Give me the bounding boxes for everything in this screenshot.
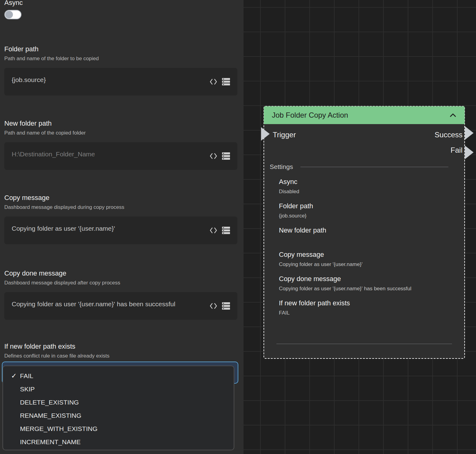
option-label: MERGE_WITH_EXISTING	[20, 425, 97, 432]
setting-folder-path: Folder path {job.source}	[279, 202, 452, 219]
setting-label: Copy done message	[279, 275, 452, 283]
success-port-arrow-icon[interactable]	[465, 126, 474, 140]
conflict-rule-description: Defines conflict rule in case file alrea…	[4, 353, 237, 359]
setting-value: Copying folder as user '{user.name}'	[279, 261, 452, 268]
settings-header: Settings	[264, 163, 464, 170]
new-folder-path-placeholder: H:\Destination_Folder_Name	[12, 151, 95, 158]
option-merge-with-existing[interactable]: MERGE_WITH_EXISTING	[3, 422, 234, 435]
copy-message-value: Copying folder as user '{user.name}'	[12, 225, 115, 232]
option-label: RENAME_EXISTING	[20, 412, 81, 419]
copy-done-message-label: Copy done message	[4, 269, 237, 277]
app-window: Async Folder path Path and name of the f…	[0, 0, 476, 454]
new-folder-path-input[interactable]: H:\Destination_Folder_Name	[4, 142, 237, 170]
setting-value: FAIL	[279, 310, 452, 316]
setting-label: Folder path	[279, 202, 452, 210]
setting-async: Async Disabled	[279, 178, 452, 195]
variables-list-icon[interactable]	[222, 152, 230, 160]
code-icon[interactable]	[209, 227, 218, 234]
option-skip[interactable]: SKIP	[3, 382, 234, 396]
variables-list-icon[interactable]	[222, 302, 230, 310]
copy-done-message-description: Dashboard message displayed after copy p…	[4, 280, 237, 286]
setting-value: {job.source}	[279, 213, 452, 219]
variables-list-icon[interactable]	[222, 226, 230, 234]
folder-path-group: Folder path Path and name of the folder …	[4, 45, 237, 96]
folder-path-value: {job.source}	[12, 76, 46, 83]
settings-divider	[300, 167, 448, 167]
fail-port-arrow-icon[interactable]	[465, 146, 474, 159]
node-title: Job Folder Copy Action	[272, 111, 348, 119]
copy-done-message-group: Copy done message Dashboard message disp…	[4, 269, 237, 320]
properties-panel: Async Folder path Path and name of the f…	[0, 0, 244, 454]
option-label: DELETE_EXISTING	[20, 399, 79, 406]
settings-entries: Async Disabled Folder path {job.source} …	[264, 178, 464, 316]
conflict-rule-label: If new folder path exists	[4, 342, 237, 350]
port-row-top: Trigger Success	[264, 131, 464, 139]
conflict-rule-dropdown: ✓ FAIL SKIP DELETE_EXISTING RENAME_EXIST…	[2, 366, 234, 450]
folder-path-description: Path and name of the folder to be copied	[4, 56, 237, 62]
setting-new-folder-path: New folder path	[279, 226, 452, 243]
option-increment-name[interactable]: INCREMENT_NAME	[3, 435, 234, 448]
node-job-folder-copy-action[interactable]: Job Folder Copy Action Trigger Success F…	[264, 106, 465, 359]
chevron-up-icon[interactable]	[449, 113, 457, 118]
code-icon[interactable]	[209, 303, 218, 309]
option-label: INCREMENT_NAME	[20, 438, 81, 445]
toggle-knob	[5, 11, 13, 18]
copy-message-input[interactable]: Copying folder as user '{user.name}'	[4, 217, 237, 244]
port-row-bottom: Fail	[264, 146, 464, 155]
option-label: SKIP	[20, 386, 35, 393]
trigger-port-label: Trigger	[273, 131, 296, 139]
settings-title: Settings	[270, 163, 293, 170]
copy-message-description: Dashboard message displayed during copy …	[4, 204, 237, 210]
option-delete-existing[interactable]: DELETE_EXISTING	[3, 396, 234, 409]
copy-message-label: Copy message	[4, 194, 237, 202]
setting-if-new-folder-path-exists: If new folder path exists FAIL	[279, 299, 452, 316]
setting-label: If new folder path exists	[279, 299, 452, 307]
copy-done-message-input[interactable]: Copying folder as user '{user.name}' has…	[4, 292, 237, 320]
option-rename-existing[interactable]: RENAME_EXISTING	[3, 409, 234, 422]
folder-path-input[interactable]: {job.source}	[4, 68, 237, 96]
setting-value	[279, 237, 452, 243]
node-bottom-divider	[276, 344, 452, 344]
setting-label: Async	[279, 178, 452, 186]
new-folder-path-label: New folder path	[4, 119, 237, 127]
setting-label: New folder path	[279, 226, 452, 234]
setting-value: Disabled	[279, 188, 452, 195]
async-label: Async	[4, 0, 244, 7]
async-toggle[interactable]	[4, 10, 22, 19]
setting-copy-message: Copy message Copying folder as user '{us…	[279, 251, 452, 268]
workflow-canvas[interactable]: Job Folder Copy Action Trigger Success F…	[244, 0, 476, 454]
node-header[interactable]: Job Folder Copy Action	[264, 106, 465, 124]
setting-copy-done-message: Copy done message Copying folder as user…	[279, 275, 452, 292]
copy-done-message-value: Copying folder as user '{user.name}' has…	[12, 300, 175, 307]
new-folder-path-group: New folder path Path and name of the cop…	[4, 119, 237, 170]
copy-message-group: Copy message Dashboard message displayed…	[4, 194, 237, 244]
setting-label: Copy message	[279, 251, 452, 259]
setting-value: Copying folder as user '{user.name}' has…	[279, 285, 452, 292]
code-icon[interactable]	[209, 153, 218, 159]
fail-port-label: Fail	[450, 146, 462, 155]
check-icon: ✓	[11, 369, 17, 382]
variables-list-icon[interactable]	[222, 78, 230, 86]
option-label: FAIL	[20, 372, 33, 379]
code-icon[interactable]	[209, 78, 218, 85]
option-fail[interactable]: ✓ FAIL	[3, 369, 234, 382]
folder-path-label: Folder path	[4, 45, 237, 53]
new-folder-path-description: Path and name of the copied folder	[4, 130, 237, 136]
conflict-rule-group: If new folder path exists Defines confli…	[4, 342, 237, 384]
success-port-label: Success	[434, 131, 462, 139]
